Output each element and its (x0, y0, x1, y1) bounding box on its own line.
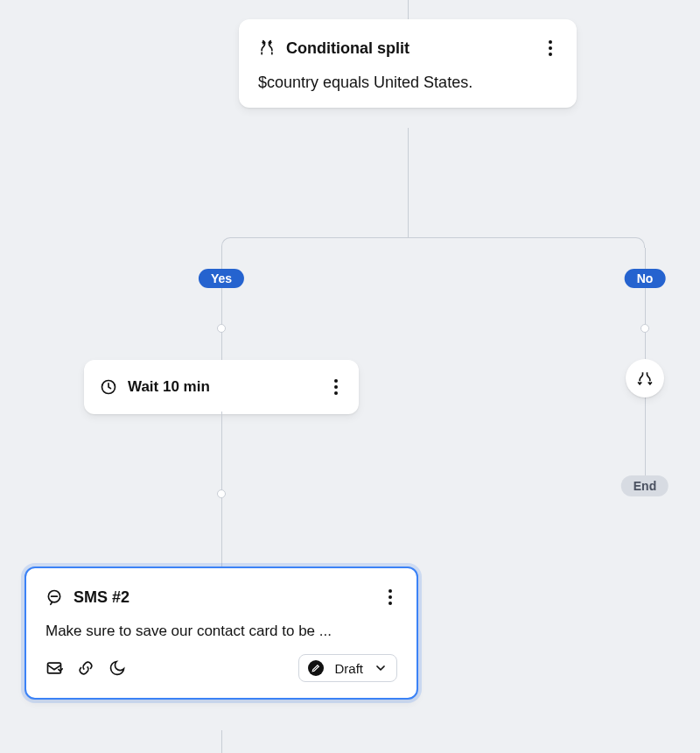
clock-icon (100, 378, 117, 396)
more-options-button[interactable] (543, 35, 557, 61)
split-branch-node[interactable] (626, 359, 664, 398)
kebab-icon (334, 379, 338, 395)
more-options-button[interactable] (383, 584, 397, 610)
kebab-icon (388, 589, 392, 605)
conditional-split-condition: $country equals United States. (258, 74, 557, 92)
connector-corner (221, 237, 232, 248)
status-value: Draft (334, 661, 363, 676)
more-options-button[interactable] (329, 374, 343, 400)
connector (221, 730, 222, 753)
add-step-node[interactable] (217, 489, 226, 498)
wait-card[interactable]: Wait 10 min (84, 360, 359, 414)
status-select[interactable]: Draft (298, 654, 397, 682)
connector (221, 248, 222, 370)
conditional-split-title: Conditional split (286, 39, 410, 58)
chevron-down-icon (374, 661, 388, 675)
conditional-split-card[interactable]: Conditional split $country equals United… (239, 19, 577, 108)
contact-card-icon (46, 659, 63, 677)
branch-label-no: No (625, 269, 666, 288)
sms-card[interactable]: SMS #2 Make sure to save our contact car… (24, 567, 418, 700)
sms-icon (46, 588, 63, 606)
connector-corner (634, 237, 645, 248)
connector (408, 0, 409, 19)
svg-rect-2 (48, 663, 61, 673)
quiet-hours-icon (108, 659, 126, 677)
add-step-node[interactable] (640, 324, 649, 333)
wait-title: Wait 10 min (128, 378, 210, 396)
connector (408, 128, 409, 237)
kebab-icon (549, 40, 552, 56)
link-icon (77, 659, 94, 677)
add-step-node[interactable] (217, 324, 226, 333)
split-icon (636, 369, 654, 387)
sms-title: SMS #2 (74, 588, 130, 607)
branch-label-yes: Yes (199, 269, 244, 288)
split-icon (258, 39, 276, 57)
sms-preview: Make sure to save our contact card to be… (46, 623, 397, 640)
connector (232, 237, 634, 238)
pencil-circle-icon (308, 660, 324, 676)
end-node: End (621, 475, 668, 496)
flow-canvas: Conditional split $country equals United… (0, 0, 700, 753)
